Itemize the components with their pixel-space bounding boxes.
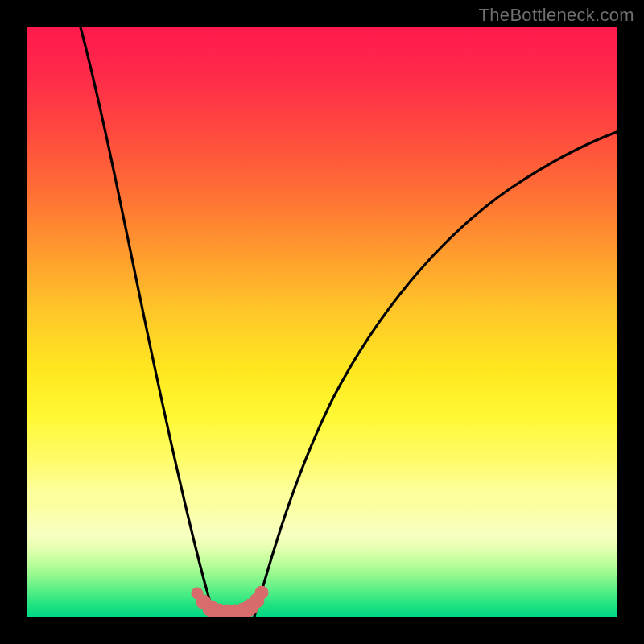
chart-frame: TheBottleneck.com [0, 0, 644, 644]
plot-area [27, 27, 617, 617]
bottom-marker-group [192, 586, 268, 617]
svg-rect-10 [208, 605, 254, 617]
left-branch-curve [80, 27, 215, 617]
curve-layer [27, 27, 617, 617]
watermark-text: TheBottleneck.com [479, 5, 634, 26]
right-branch-curve [254, 132, 617, 617]
svg-point-9 [255, 586, 268, 599]
